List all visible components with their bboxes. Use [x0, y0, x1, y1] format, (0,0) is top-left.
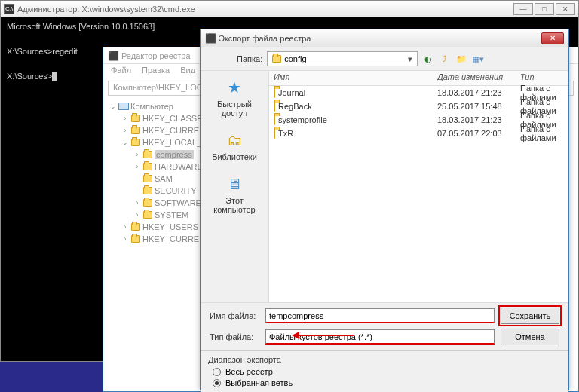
menu-file[interactable]: Файл — [111, 66, 131, 78]
menu-edit[interactable]: Правка — [142, 66, 170, 78]
up-icon[interactable]: ⤴ — [439, 53, 451, 65]
list-item[interactable]: TxR07.05.2017 22:03Папка с файлами — [269, 127, 568, 140]
folder-value: config — [284, 54, 306, 63]
folder-icon — [143, 211, 152, 219]
filetype-label: Тип файла: — [207, 332, 259, 341]
regedit-icon: ⬛ — [108, 51, 118, 61]
folder-label: Папка: — [237, 54, 262, 63]
folder-icon — [274, 101, 275, 112]
radio-selected-branch[interactable]: Выбранная ветвь — [213, 378, 561, 387]
tree-item[interactable]: HARDWARE — [155, 162, 203, 171]
tree-computer[interactable]: Компьютер — [130, 102, 173, 111]
tree-item[interactable]: SECURITY — [155, 186, 197, 195]
cancel-button[interactable]: Отмена — [501, 329, 559, 345]
sidebar-quick-access[interactable]: ★ Быстрый доступ — [204, 77, 265, 118]
back-icon[interactable]: ◐ — [422, 53, 434, 65]
folder-icon — [143, 187, 152, 194]
folder-icon — [274, 87, 275, 98]
export-dialog: ⬛ Экспорт файла реестра ✕ Папка: config … — [200, 29, 569, 390]
places-sidebar: ★ Быстрый доступ 🗂 Библиотеки 🖥 Этот ком… — [201, 71, 268, 302]
export-title-text: Экспорт файла реестра — [219, 34, 311, 43]
folder-icon — [131, 115, 140, 122]
folder-dropdown[interactable]: config ▾ — [267, 51, 418, 66]
filename-label: Имя файла: — [207, 311, 259, 320]
folder-icon — [131, 127, 140, 134]
radio-icon — [213, 379, 221, 387]
folder-icon — [131, 223, 140, 231]
export-range: Диапазон экспорта Весь реестр Выбранная … — [201, 350, 568, 392]
col-name[interactable]: Имя — [269, 71, 433, 85]
computer-icon: 🖥 — [222, 173, 247, 194]
cursor — [52, 72, 57, 81]
tree-item-selected[interactable]: compress — [155, 150, 194, 159]
folder-icon — [143, 151, 152, 158]
radio-icon — [213, 368, 221, 376]
folder-icon — [131, 235, 140, 243]
sidebar-this-pc[interactable]: 🖥 Этот компьютер — [204, 173, 265, 214]
close-button[interactable]: ✕ — [541, 32, 564, 44]
save-button[interactable]: Сохранить — [501, 308, 559, 324]
range-legend: Диапазон экспорта — [208, 355, 561, 364]
cmd-icon: C:\ — [4, 4, 14, 14]
export-titlebar[interactable]: ⬛ Экспорт файла реестра ✕ — [201, 29, 568, 47]
cmd-title-text: Администратор: X:\windows\system32\cmd.e… — [17, 5, 195, 14]
new-folder-icon[interactable]: 📁 — [455, 53, 467, 65]
menu-view[interactable]: Вид — [180, 66, 195, 78]
filetype-select[interactable] — [265, 329, 495, 345]
col-date[interactable]: Дата изменения — [433, 71, 516, 85]
folder-icon — [274, 115, 275, 125]
star-icon: ★ — [222, 77, 247, 98]
cmd-prompt: X:\Sources> — [7, 72, 52, 81]
libraries-icon: 🗂 — [222, 130, 247, 151]
chevron-down-icon: ▾ — [408, 54, 412, 64]
folder-icon — [274, 128, 275, 139]
radio-all-registry[interactable]: Весь реестр — [213, 367, 561, 376]
file-list[interactable]: Имя Дата изменения Тип Journal18.03.2017… — [268, 71, 568, 302]
regedit-title-text: Редактор реестра — [121, 51, 191, 60]
tree-item[interactable]: SAM — [155, 174, 173, 183]
minimize-button[interactable]: — — [513, 3, 533, 15]
tree-item[interactable]: SOFTWARE — [155, 198, 201, 207]
export-icon: ⬛ — [205, 33, 216, 44]
folder-icon — [143, 199, 152, 207]
export-toolbar: Папка: config ▾ ◐ ⤴ 📁 ▦▾ — [201, 47, 568, 70]
filename-area: Имя файла: Сохранить Тип файла: Отмена — [201, 302, 568, 350]
tree-item[interactable]: HKEY_USERS — [142, 222, 198, 231]
computer-icon — [118, 103, 129, 110]
folder-icon — [143, 163, 152, 170]
view-icon[interactable]: ▦▾ — [472, 53, 484, 65]
sidebar-libraries[interactable]: 🗂 Библиотеки — [212, 130, 257, 161]
folder-icon — [143, 175, 152, 182]
folder-icon — [272, 55, 281, 63]
close-button[interactable]: ✕ — [556, 3, 575, 15]
folder-icon — [131, 139, 140, 146]
tree-item[interactable]: SYSTEM — [155, 210, 188, 219]
cmd-titlebar[interactable]: C:\ Администратор: X:\windows\system32\c… — [1, 1, 578, 17]
maximize-button[interactable]: □ — [535, 3, 554, 15]
filename-input[interactable] — [265, 308, 495, 323]
